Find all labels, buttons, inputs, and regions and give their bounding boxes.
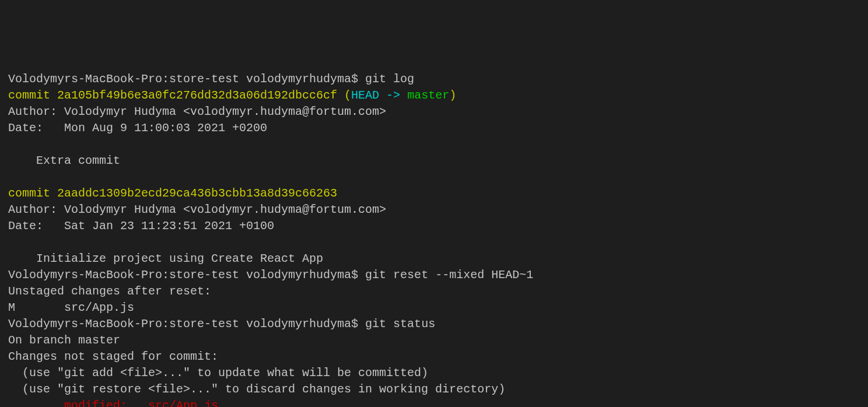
status-branch: On branch master: [8, 332, 860, 349]
command-text: git reset --mixed HEAD~1: [365, 268, 533, 282]
reset-file: M src/App.js: [8, 300, 860, 316]
author-line: Author: Volodymyr Hudyma <volodymyr.hudy…: [8, 104, 860, 120]
reset-output: Unstaged changes after reset:: [8, 283, 860, 300]
status-hint: (use "git restore <file>..." to discard …: [8, 381, 860, 398]
commit-label: commit: [8, 89, 57, 102]
commit-message: Extra commit: [8, 153, 860, 169]
author-line: Author: Volodymyr Hudyma <volodymyr.hudy…: [8, 202, 860, 218]
prompt-text: Volodymyrs-MacBook-Pro:store-test volody…: [8, 317, 365, 331]
commit-message: Initialize project using Create React Ap…: [8, 251, 860, 267]
commit-hash: 2a105bf49b6e3a0fc276dd32d3a06d192dbcc6cf: [57, 89, 337, 102]
status-not-staged: Changes not staged for commit:: [8, 349, 860, 365]
modified-file: modified: src/App.js: [64, 399, 218, 407]
terminal-output[interactable]: Volodymyrs-MacBook-Pro:store-test volody…: [8, 71, 860, 407]
status-hint: (use "git add <file>..." to update what …: [8, 365, 860, 381]
command-text: git log: [365, 72, 414, 86]
date-line: Date: Sat Jan 23 11:23:51 2021 +0100: [8, 218, 860, 234]
commit-hash: 2aaddc1309b2ecd29ca436b3cbb13a8d39c66263: [57, 187, 337, 200]
command-text: git status: [365, 317, 435, 331]
modified-indent: [8, 399, 64, 407]
date-line: Date: Mon Aug 9 11:00:03 2021 +0200: [8, 120, 860, 136]
ref-open: (: [337, 89, 351, 102]
branch-ref: master: [407, 89, 449, 102]
head-ref: HEAD ->: [351, 89, 407, 102]
ref-close: ): [449, 89, 456, 102]
prompt-text: Volodymyrs-MacBook-Pro:store-test volody…: [8, 268, 365, 282]
commit-label: commit: [8, 187, 57, 200]
prompt-text: Volodymyrs-MacBook-Pro:store-test volody…: [8, 72, 365, 86]
